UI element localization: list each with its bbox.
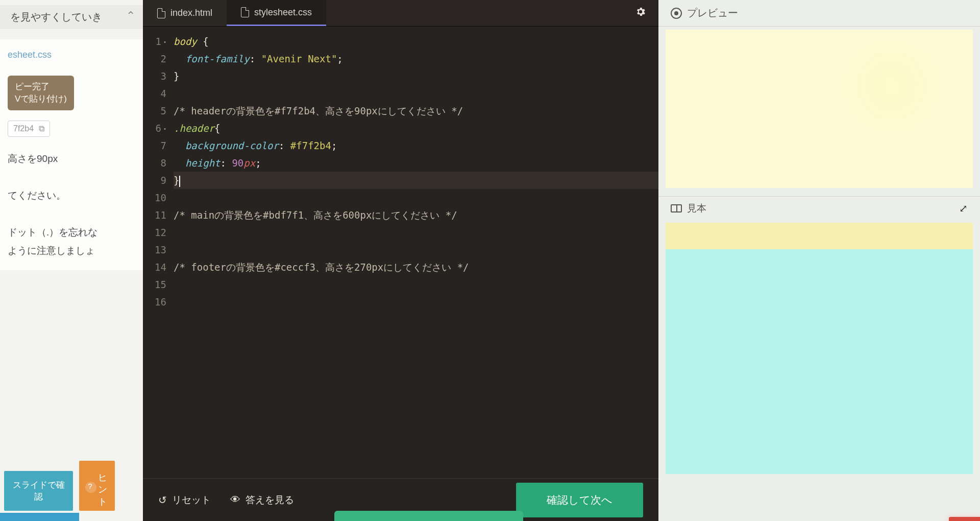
report-button[interactable] [949, 517, 980, 521]
view-slide-button[interactable]: スライドを見る [0, 513, 79, 521]
instruction-text: 高さを90px てください。 ドット（.）を忘れなように注意しましょ [8, 150, 135, 260]
code-lines[interactable]: body { font-family: "Avenir Next";}/* he… [174, 33, 658, 478]
show-answer-button[interactable]: 👁 答えを見る [230, 493, 294, 507]
tab-index-html[interactable]: index.html [143, 0, 227, 26]
preview-panel: プレビュー 見本 ⤢ [658, 0, 980, 521]
tab-stylesheet-css[interactable]: stylesheet.css [227, 0, 326, 26]
instruction-header: を見やすくしていき ⌃ [0, 5, 143, 29]
hint-label: ヒント [96, 468, 109, 504]
instruction-body: esheet.css ピー完了 Vで貼り付け) 7f2b4 ⧉ 高さを90px … [0, 39, 143, 270]
instruction-title: を見やすくしていき [10, 11, 102, 22]
check-next-button[interactable]: 確認して次へ [516, 483, 643, 517]
reset-icon: ↺ [158, 494, 167, 506]
copy-tooltip: ピー完了 Vで貼り付け) [8, 76, 74, 110]
book-icon [671, 204, 682, 212]
file-icon [157, 8, 165, 18]
show-answer-label: 答えを見る [246, 493, 294, 507]
sample-label: 見本 [687, 202, 706, 215]
copy-icon[interactable]: ⧉ [39, 124, 44, 133]
sample-body [666, 223, 973, 474]
reset-label: リセット [172, 493, 211, 507]
expand-icon[interactable]: ⤢ [959, 202, 968, 215]
tooltip-line-1: ピー完了 [15, 81, 67, 93]
sample-main-bar [666, 249, 973, 474]
editor-panel: index.htmlstylesheet.css 123456789101112… [143, 0, 658, 521]
color-code-chip[interactable]: 7f2b4 ⧉ [8, 121, 50, 137]
preview-label: プレビュー [687, 6, 738, 20]
chevron-up-icon[interactable]: ⌃ [126, 9, 135, 22]
hint-button[interactable]: ヒント ? [79, 461, 115, 511]
code-editor[interactable]: 12345678910111213141516 body { font-fami… [143, 27, 658, 478]
sample-header-bar [666, 223, 973, 249]
preview-header: プレビュー [658, 0, 980, 27]
eye-icon: 👁 [230, 494, 240, 506]
tab-label: stylesheet.css [254, 7, 312, 18]
gear-icon[interactable] [632, 3, 649, 23]
preview-icon [671, 8, 682, 19]
bottom-progress-bar [334, 511, 523, 521]
color-code-text: 7f2b4 [13, 124, 34, 133]
tab-label: index.html [170, 8, 212, 18]
file-icon [241, 7, 249, 17]
line-gutter: 12345678910111213141516 [143, 33, 174, 478]
preview-body [666, 30, 973, 188]
tab-bar: index.htmlstylesheet.css [143, 0, 658, 27]
reset-button[interactable]: ↺ リセット [158, 493, 211, 507]
instruction-panel: を見やすくしていき ⌃ esheet.css ピー完了 Vで貼り付け) 7f2b… [0, 0, 143, 521]
sidebar-filename: esheet.css [8, 50, 135, 60]
confirm-with-slide-button[interactable]: スライドで確認 [4, 471, 73, 511]
tooltip-line-2: Vで貼り付け) [15, 93, 67, 105]
sample-header: 見本 ⤢ [658, 196, 980, 220]
help-icon: ? [85, 482, 96, 493]
